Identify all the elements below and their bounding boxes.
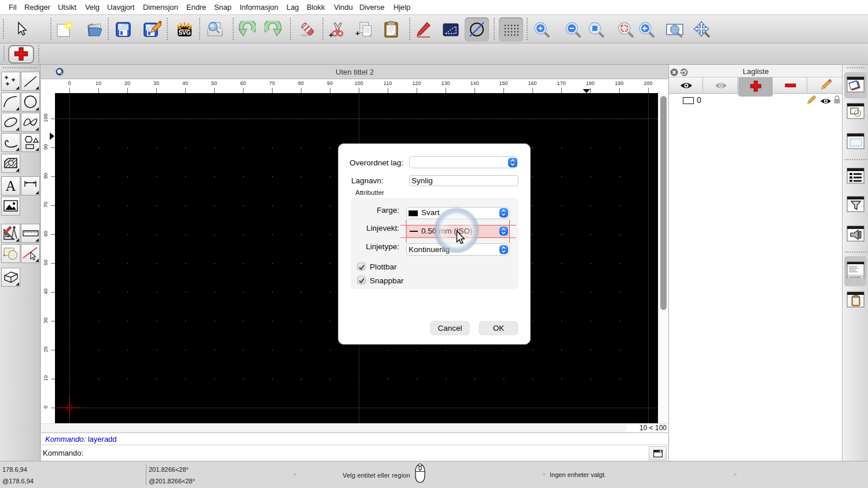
svg-text:command: command: [849, 276, 861, 279]
svg-text:SVG: SVG: [178, 29, 190, 36]
svg-text:A: A: [5, 178, 16, 194]
